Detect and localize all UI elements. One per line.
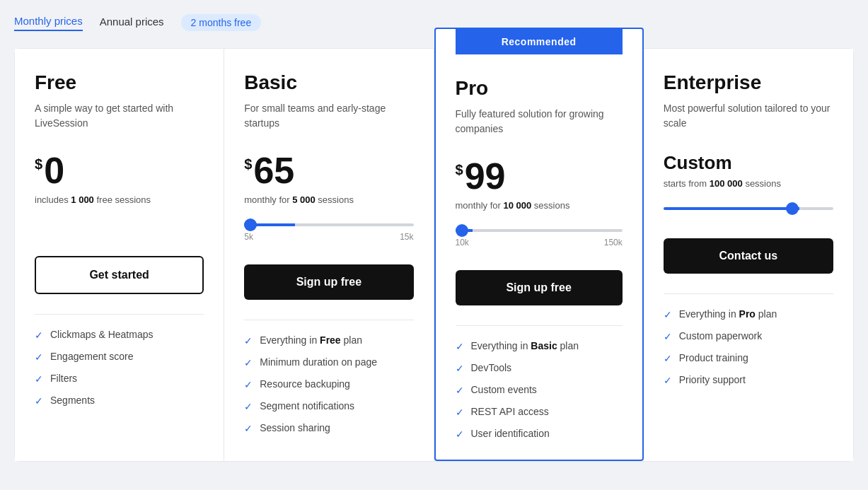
plan-basic: Basic For small teams and early-stage st… xyxy=(224,49,434,461)
plan-free-sessions-text: free sessions xyxy=(96,194,151,205)
feature-pro-4-text: REST API access xyxy=(471,406,549,417)
plan-basic-slider-max: 15k xyxy=(400,232,413,242)
check-icon-e1: ✓ xyxy=(664,309,672,320)
check-icon-p4: ✓ xyxy=(456,407,464,418)
feature-ent-4-text: Priority support xyxy=(679,374,746,385)
plan-pro-sessions: monthly for 10 000 sessions xyxy=(456,200,623,211)
feature-free-1: ✓ Clickmaps & Heatmaps xyxy=(35,329,204,341)
feature-ent-1: ✓ Everything in Pro plan xyxy=(664,308,833,320)
check-icon-b3: ✓ xyxy=(244,379,253,390)
check-icon-p3: ✓ xyxy=(456,385,464,396)
plan-free: Free A simple way to get started with Li… xyxy=(15,49,224,461)
plan-free-cta[interactable]: Get started xyxy=(35,256,204,294)
plan-free-divider xyxy=(35,314,204,315)
plan-basic-slider-container: 5k 15k xyxy=(244,216,413,259)
plan-free-sessions: includes 1 000 free sessions xyxy=(35,194,204,205)
feature-ent-2-text: Custom paperwork xyxy=(679,330,763,342)
check-icon-b5: ✓ xyxy=(244,423,253,434)
plan-basic-slider-min: 5k xyxy=(244,232,253,242)
tab-annual[interactable]: Annual prices xyxy=(100,16,164,30)
check-icon-1: ✓ xyxy=(35,329,43,341)
plan-enterprise-divider xyxy=(664,293,833,294)
plan-basic-sessions-bold: 5 000 xyxy=(292,194,316,205)
check-icon-p5: ✓ xyxy=(456,428,464,440)
plan-pro-cta[interactable]: Sign up free xyxy=(456,270,623,305)
feature-free-2-text: Engagement score xyxy=(50,351,134,362)
feature-pro-4: ✓ REST API access xyxy=(456,406,623,418)
feature-ent-4: ✓ Priority support xyxy=(664,374,833,386)
plan-basic-slider-labels: 5k 15k xyxy=(244,232,413,242)
plan-pro-features: ✓ Everything in Basic plan ✓ DevTools ✓ … xyxy=(456,340,623,440)
plan-free-desc: A simple way to get started with LiveSes… xyxy=(35,101,204,135)
plan-enterprise-slider[interactable] xyxy=(664,207,833,210)
feature-pro-5: ✓ User identification xyxy=(456,428,623,440)
feature-pro-5-text: User identification xyxy=(471,428,550,439)
plan-pro-slider[interactable] xyxy=(456,229,623,232)
plan-pro-slider-labels: 10k 150k xyxy=(456,238,623,247)
feature-pro-1-text: Everything in Basic plan xyxy=(471,340,579,351)
plan-basic-divider xyxy=(244,320,413,320)
feature-free-2: ✓ Engagement score xyxy=(35,351,204,363)
feature-ent-3-text: Product training xyxy=(679,352,748,363)
plan-free-spacer xyxy=(35,216,204,256)
check-icon-b2: ✓ xyxy=(244,357,253,368)
plan-pro: Recommended Pro Fully featured solution … xyxy=(434,28,644,461)
plan-pro-amount: 99 xyxy=(465,158,506,194)
plan-pro-name: Pro xyxy=(456,77,623,100)
check-icon-3: ✓ xyxy=(35,373,43,385)
plan-enterprise: Enterprise Most powerful solution tailor… xyxy=(644,49,853,461)
feature-free-1-text: Clickmaps & Heatmaps xyxy=(50,329,154,340)
check-icon-e3: ✓ xyxy=(664,353,672,364)
check-icon-2: ✓ xyxy=(35,351,43,363)
plan-basic-slider[interactable] xyxy=(244,223,413,226)
check-icon-e2: ✓ xyxy=(664,331,672,342)
feature-pro-2-text: DevTools xyxy=(471,362,512,373)
plan-pro-slider-min: 10k xyxy=(456,238,469,247)
check-icon-b4: ✓ xyxy=(244,401,253,412)
plan-enterprise-desc: Most powerful solution tailored to your … xyxy=(664,101,833,135)
check-icon-4: ✓ xyxy=(35,395,43,407)
feature-basic-4: ✓ Segment notifications xyxy=(244,400,413,412)
feature-basic-1: ✓ Everything in Free plan xyxy=(244,334,413,346)
plan-pro-price-block: $ 99 xyxy=(456,158,623,194)
feature-basic-3-text: Resource backuping xyxy=(260,378,350,390)
plan-basic-sessions: monthly for 5 000 sessions xyxy=(244,194,413,205)
pricing-grid: Free A simple way to get started with Li… xyxy=(14,48,854,462)
plan-basic-amount: 65 xyxy=(253,152,294,189)
plan-free-features: ✓ Clickmaps & Heatmaps ✓ Engagement scor… xyxy=(35,329,204,407)
plan-free-price-display: $ 0 xyxy=(35,152,204,189)
feature-basic-5: ✓ Session sharing xyxy=(244,422,413,434)
check-icon-b1: ✓ xyxy=(244,335,253,346)
plan-basic-cta[interactable]: Sign up free xyxy=(244,264,413,300)
plan-enterprise-sessions-bold: 100 000 xyxy=(710,178,743,189)
check-icon-p1: ✓ xyxy=(456,341,464,352)
plan-pro-sessions-bold: 10 000 xyxy=(503,200,531,211)
check-icon-e4: ✓ xyxy=(664,375,672,386)
tab-monthly[interactable]: Monthly prices xyxy=(14,15,83,31)
feature-basic-2: ✓ Minimum duration on page xyxy=(244,356,413,368)
plan-basic-price-display: $ 65 xyxy=(244,152,413,189)
feature-basic-5-text: Session sharing xyxy=(260,422,330,433)
plan-pro-desc: Fully featured solution for growing comp… xyxy=(456,107,623,141)
feature-basic-3: ✓ Resource backuping xyxy=(244,378,413,390)
plan-enterprise-name: Enterprise xyxy=(664,71,833,94)
feature-basic-4-text: Segment notifications xyxy=(260,400,354,412)
feature-ent-3: ✓ Product training xyxy=(664,352,833,364)
plan-enterprise-slider-container xyxy=(664,200,833,233)
plan-enterprise-sessions: starts from 100 000 sessions xyxy=(664,178,833,189)
check-icon-p2: ✓ xyxy=(456,363,464,374)
plan-pro-slider-container: 10k 150k xyxy=(456,222,623,264)
plan-free-name: Free xyxy=(35,71,204,94)
plan-basic-dollar: $ xyxy=(244,156,252,173)
plan-basic-features: ✓ Everything in Free plan ✓ Minimum dura… xyxy=(244,334,413,434)
plan-pro-dollar: $ xyxy=(456,162,463,178)
plan-pro-slider-max: 150k xyxy=(604,238,623,247)
plan-free-sessions-bold: 1 000 xyxy=(71,194,94,205)
plan-basic-name: Basic xyxy=(244,71,413,94)
plan-enterprise-cta[interactable]: Contact us xyxy=(664,238,833,274)
feature-free-4: ✓ Segments xyxy=(35,395,204,407)
plan-enterprise-features: ✓ Everything in Pro plan ✓ Custom paperw… xyxy=(664,308,833,386)
plan-pro-divider xyxy=(456,325,623,326)
tab-badge[interactable]: 2 months free xyxy=(181,14,262,31)
feature-basic-2-text: Minimum duration on page xyxy=(260,356,377,368)
